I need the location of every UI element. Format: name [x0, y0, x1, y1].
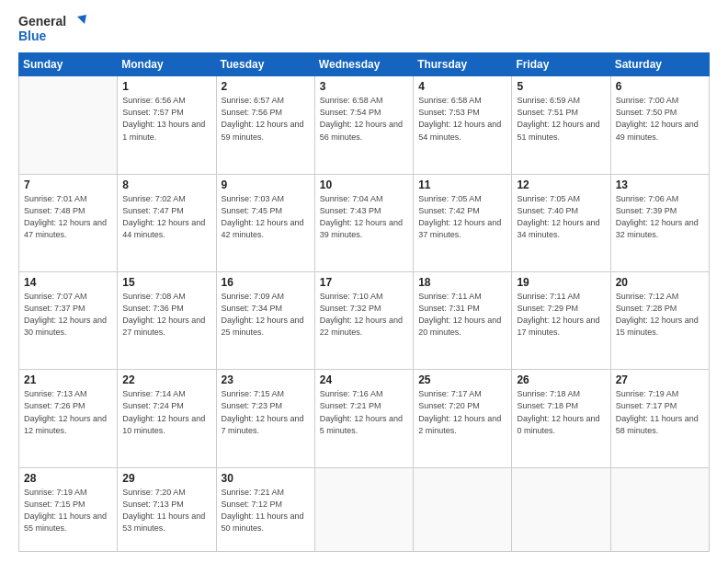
calendar-cell: 10Sunrise: 7:04 AMSunset: 7:43 PMDayligh…	[314, 174, 413, 271]
day-info: Sunrise: 7:20 AMSunset: 7:13 PMDaylight:…	[122, 487, 210, 534]
weekday-header-wednesday: Wednesday	[314, 53, 413, 76]
day-info: Sunrise: 7:09 AMSunset: 7:34 PMDaylight:…	[222, 291, 310, 339]
calendar-week-row: 28Sunrise: 7:19 AMSunset: 7:15 PMDayligh…	[19, 467, 710, 551]
calendar-week-row: 14Sunrise: 7:07 AMSunset: 7:37 PMDayligh…	[19, 272, 710, 370]
day-number: 9	[222, 178, 310, 191]
calendar-cell: 8Sunrise: 7:02 AMSunset: 7:47 PMDaylight…	[118, 174, 216, 271]
calendar-cell: 18Sunrise: 7:11 AMSunset: 7:31 PMDayligh…	[414, 272, 512, 370]
weekday-header-friday: Friday	[512, 53, 610, 76]
day-number: 25	[418, 373, 506, 386]
day-info: Sunrise: 7:03 AMSunset: 7:45 PMDaylight:…	[222, 193, 310, 241]
day-info: Sunrise: 7:15 AMSunset: 7:23 PMDaylight:…	[222, 388, 310, 436]
calendar-cell: 3Sunrise: 6:58 AMSunset: 7:54 PMDaylight…	[314, 76, 413, 174]
header: General Blue	[18, 15, 710, 43]
day-number: 7	[24, 178, 112, 191]
calendar-cell: 15Sunrise: 7:08 AMSunset: 7:36 PMDayligh…	[118, 272, 216, 370]
day-number: 16	[222, 276, 310, 289]
logo-container: General Blue	[18, 15, 86, 43]
day-info: Sunrise: 7:07 AMSunset: 7:37 PMDaylight:…	[24, 291, 112, 339]
day-number: 12	[517, 178, 605, 191]
day-info: Sunrise: 7:05 AMSunset: 7:42 PMDaylight:…	[418, 193, 506, 241]
calendar-week-row: 21Sunrise: 7:13 AMSunset: 7:26 PMDayligh…	[19, 370, 710, 467]
logo-general: General	[18, 15, 66, 29]
day-number: 11	[418, 178, 506, 191]
day-info: Sunrise: 7:02 AMSunset: 7:47 PMDaylight:…	[122, 193, 210, 241]
calendar-cell: 30Sunrise: 7:21 AMSunset: 7:12 PMDayligh…	[216, 467, 314, 551]
day-number: 26	[517, 373, 605, 386]
day-info: Sunrise: 6:59 AMSunset: 7:51 PMDaylight:…	[517, 95, 605, 143]
calendar-cell: 17Sunrise: 7:10 AMSunset: 7:32 PMDayligh…	[314, 272, 413, 370]
calendar-cell: 12Sunrise: 7:05 AMSunset: 7:40 PMDayligh…	[512, 174, 610, 271]
day-info: Sunrise: 7:01 AMSunset: 7:48 PMDaylight:…	[24, 193, 112, 241]
calendar-cell: 4Sunrise: 6:58 AMSunset: 7:53 PMDaylight…	[414, 76, 512, 174]
weekday-header-row: SundayMondayTuesdayWednesdayThursdayFrid…	[19, 53, 710, 76]
logo-blue: Blue	[18, 29, 86, 43]
day-number: 21	[24, 373, 112, 386]
day-info: Sunrise: 7:21 AMSunset: 7:12 PMDaylight:…	[222, 487, 310, 534]
calendar-cell	[314, 467, 413, 551]
calendar-cell: 11Sunrise: 7:05 AMSunset: 7:42 PMDayligh…	[414, 174, 512, 271]
calendar-cell	[414, 467, 512, 551]
day-number: 29	[122, 472, 210, 485]
day-info: Sunrise: 7:18 AMSunset: 7:18 PMDaylight:…	[517, 388, 605, 436]
calendar-cell: 26Sunrise: 7:18 AMSunset: 7:18 PMDayligh…	[512, 370, 610, 467]
day-number: 6	[616, 80, 704, 93]
day-info: Sunrise: 7:10 AMSunset: 7:32 PMDaylight:…	[320, 291, 408, 339]
calendar-cell: 24Sunrise: 7:16 AMSunset: 7:21 PMDayligh…	[314, 370, 413, 467]
day-number: 28	[24, 472, 112, 485]
day-number: 13	[616, 178, 704, 191]
day-number: 2	[222, 80, 310, 93]
day-number: 1	[122, 80, 210, 93]
day-info: Sunrise: 7:00 AMSunset: 7:50 PMDaylight:…	[616, 95, 704, 143]
day-info: Sunrise: 7:12 AMSunset: 7:28 PMDaylight:…	[616, 291, 704, 339]
logo-bird-icon	[68, 15, 86, 29]
calendar-cell: 1Sunrise: 6:56 AMSunset: 7:57 PMDaylight…	[118, 76, 216, 174]
calendar-table: SundayMondayTuesdayWednesdayThursdayFrid…	[18, 52, 710, 552]
logo: General Blue	[18, 15, 86, 43]
day-info: Sunrise: 7:08 AMSunset: 7:36 PMDaylight:…	[122, 291, 210, 339]
calendar-cell: 29Sunrise: 7:20 AMSunset: 7:13 PMDayligh…	[118, 467, 216, 551]
calendar-cell: 21Sunrise: 7:13 AMSunset: 7:26 PMDayligh…	[19, 370, 118, 467]
day-number: 14	[24, 276, 112, 289]
svg-marker-0	[77, 15, 86, 24]
day-number: 20	[616, 276, 704, 289]
calendar-cell: 9Sunrise: 7:03 AMSunset: 7:45 PMDaylight…	[216, 174, 314, 271]
day-number: 5	[517, 80, 605, 93]
day-info: Sunrise: 6:58 AMSunset: 7:54 PMDaylight:…	[320, 95, 408, 143]
day-info: Sunrise: 7:19 AMSunset: 7:15 PMDaylight:…	[24, 487, 112, 534]
day-number: 30	[222, 472, 310, 485]
weekday-header-sunday: Sunday	[19, 53, 118, 76]
day-info: Sunrise: 6:58 AMSunset: 7:53 PMDaylight:…	[418, 95, 506, 143]
day-info: Sunrise: 7:14 AMSunset: 7:24 PMDaylight:…	[122, 388, 210, 436]
day-info: Sunrise: 6:57 AMSunset: 7:56 PMDaylight:…	[222, 95, 310, 143]
weekday-header-monday: Monday	[118, 53, 216, 76]
page: General Blue SundayMondayTuesdayWednesda…	[0, 0, 728, 563]
day-number: 10	[320, 178, 408, 191]
weekday-header-tuesday: Tuesday	[216, 53, 314, 76]
day-number: 3	[320, 80, 408, 93]
calendar-cell: 22Sunrise: 7:14 AMSunset: 7:24 PMDayligh…	[118, 370, 216, 467]
day-info: Sunrise: 7:05 AMSunset: 7:40 PMDaylight:…	[517, 193, 605, 241]
calendar-cell: 7Sunrise: 7:01 AMSunset: 7:48 PMDaylight…	[19, 174, 118, 271]
calendar-cell: 23Sunrise: 7:15 AMSunset: 7:23 PMDayligh…	[216, 370, 314, 467]
calendar-cell: 5Sunrise: 6:59 AMSunset: 7:51 PMDaylight…	[512, 76, 610, 174]
calendar-cell: 14Sunrise: 7:07 AMSunset: 7:37 PMDayligh…	[19, 272, 118, 370]
day-number: 18	[418, 276, 506, 289]
calendar-cell	[610, 467, 709, 551]
weekday-header-thursday: Thursday	[414, 53, 512, 76]
day-info: Sunrise: 7:13 AMSunset: 7:26 PMDaylight:…	[24, 388, 112, 436]
day-number: 27	[616, 373, 704, 386]
calendar-cell: 6Sunrise: 7:00 AMSunset: 7:50 PMDaylight…	[610, 76, 709, 174]
day-number: 24	[320, 373, 408, 386]
day-info: Sunrise: 7:11 AMSunset: 7:31 PMDaylight:…	[418, 291, 506, 339]
day-info: Sunrise: 7:06 AMSunset: 7:39 PMDaylight:…	[616, 193, 704, 241]
calendar-cell: 16Sunrise: 7:09 AMSunset: 7:34 PMDayligh…	[216, 272, 314, 370]
day-number: 17	[320, 276, 408, 289]
day-info: Sunrise: 6:56 AMSunset: 7:57 PMDaylight:…	[122, 95, 210, 143]
day-info: Sunrise: 7:11 AMSunset: 7:29 PMDaylight:…	[517, 291, 605, 339]
calendar-cell	[512, 467, 610, 551]
calendar-week-row: 1Sunrise: 6:56 AMSunset: 7:57 PMDaylight…	[19, 76, 710, 174]
weekday-header-saturday: Saturday	[610, 53, 709, 76]
calendar-cell: 19Sunrise: 7:11 AMSunset: 7:29 PMDayligh…	[512, 272, 610, 370]
day-info: Sunrise: 7:16 AMSunset: 7:21 PMDaylight:…	[320, 388, 408, 436]
